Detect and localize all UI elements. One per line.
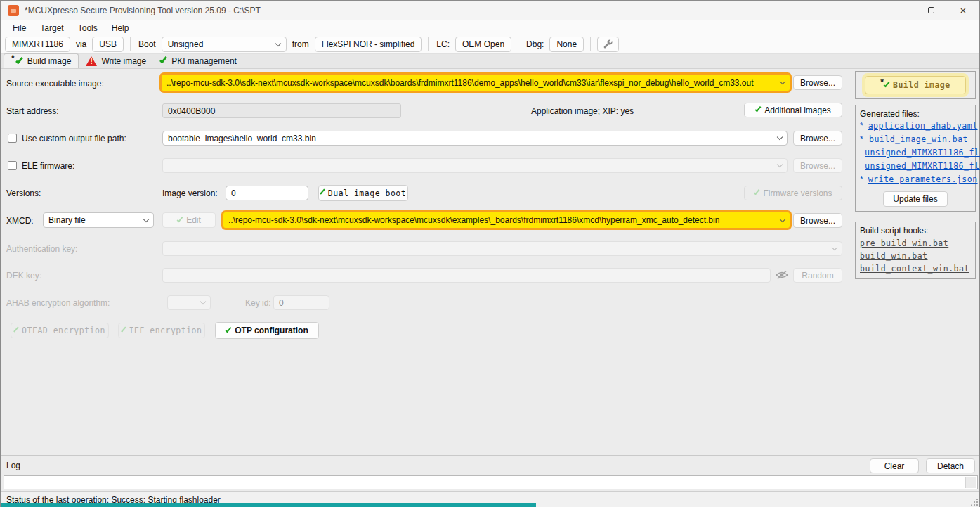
source-image-combo[interactable]: ..\repo-mcu-sdk-3.0\sdk-next\mcuxsdk-wor… [162,75,790,91]
boot-device-button[interactable]: FlexSPI NOR - simplified [315,37,422,52]
chevron-down-icon [143,216,149,222]
image-version-field[interactable]: 0 [226,186,308,200]
xmcd-file-combo[interactable]: ..\repo-mcu-sdk-3.0\sdk-next\mcuxsdk-wor… [223,212,790,228]
chevron-down-icon [275,40,280,46]
toolbar-separator [590,37,591,51]
debug-probe-button[interactable]: None [549,37,584,52]
log-section: Log Clear Detach [1,455,979,491]
custom-output-checkbox[interactable] [8,134,17,143]
settings-wrench-button[interactable] [597,37,619,52]
authentication-key-label: Authentication key: [6,244,77,254]
build-image-button-label: Build image [893,80,950,90]
close-button[interactable]: × [947,1,979,20]
check-icon [754,188,760,195]
custom-output-browse-button[interactable]: Browse... [793,131,842,146]
via-label: via [76,39,86,49]
generated-file-link[interactable]: unsigned_MIMXRT1186_fla [865,161,980,171]
ele-firmware-checkbox[interactable] [8,161,17,170]
maximize-button[interactable] [915,1,947,20]
resize-grip[interactable] [970,498,978,506]
lc-label: LC: [436,39,450,49]
log-title: Log [6,461,20,470]
custom-output-combo[interactable]: bootable_images\hello_world_cm33.bin [162,131,788,146]
menu-target[interactable]: Target [34,22,70,34]
minimize-button[interactable]: – [882,1,915,20]
build-image-panel: Source executable image: ..\repo-mcu-sdk… [1,69,979,455]
source-browse-button[interactable]: Browse... [793,75,842,90]
source-image-label: Source executable image: [6,79,104,89]
additional-images-button[interactable]: Additional images [744,103,842,117]
key-id-field: 0 [273,295,329,310]
authentication-key-combo [162,241,842,256]
generated-file-row: * application_ahab.yaml [856,120,975,134]
hook-link-pre-build[interactable]: pre_build_win.bat [856,237,975,250]
key-id-label: Key id: [245,298,271,308]
firmware-versions-label: Firmware versions [763,188,832,198]
generated-file-link[interactable]: application_ahab.yaml [868,121,978,131]
dek-random-button: Random [793,268,842,283]
log-detach-button[interactable]: Detach [926,458,975,473]
source-image-value: ..\repo-mcu-sdk-3.0\sdk-next\mcuxsdk-wor… [166,78,754,88]
check-icon [15,56,23,64]
build-image-button[interactable]: * Build image [865,76,966,94]
eye-slash-icon[interactable] [775,270,789,280]
check-icon [884,80,890,86]
xmcd-edit-button: Edit [162,212,216,228]
boot-type-select[interactable]: Unsigned [162,37,287,52]
tab-build-image[interactable]: * Build image [4,53,79,68]
menu-help[interactable]: Help [105,22,136,34]
iee-encryption-label: IEE encryption [129,326,202,335]
update-files-button[interactable]: Update files [883,191,948,207]
chevron-down-icon [200,299,206,304]
toolbar-separator [130,37,131,51]
generated-file-link[interactable]: unsigned_MIMXRT1186_fla [865,148,980,158]
generated-file-row: * build_image_win.bat [856,134,975,147]
tab-pki-management[interactable]: PKI management [153,53,244,68]
toolbar-separator [428,37,429,51]
additional-images-label: Additional images [764,105,831,115]
processor-button[interactable]: MIMXRT1186 [5,37,70,52]
xmcd-type-select[interactable]: Binary file [43,212,154,228]
xmcd-browse-button[interactable]: Browse... [793,213,842,228]
build-script-hooks-box: Build script hooks: pre_build_win.bat bu… [855,222,976,279]
log-scrollbar[interactable] [965,477,976,488]
dual-image-boot-button[interactable]: Dual image boot [318,185,408,201]
start-address-value: 0x0400B000 [168,106,215,116]
title-bar: *MCUXpresso Secure Provisioning Tool ver… [1,1,979,20]
start-address-field[interactable]: 0x0400B000 [162,103,401,118]
tab-write-image[interactable]: ! Write image [79,53,153,68]
image-version-label: Image version: [162,188,218,198]
warning-exclamation: ! [90,58,92,65]
otp-configuration-button[interactable]: OTP configuration [215,322,319,339]
life-cycle-button[interactable]: OEM Open [455,37,511,52]
ele-firmware-browse-button: Browse... [793,158,842,173]
connection-button[interactable]: USB [92,37,124,52]
generated-file-row: unsigned_MIMXRT1186_fla [856,160,975,174]
menu-tools[interactable]: Tools [72,22,104,34]
file-star: * [860,121,863,131]
menu-file[interactable]: File [6,22,32,34]
chevron-down-icon [780,216,785,222]
generated-file-link[interactable]: build_image_win.bat [869,134,968,144]
xmcd-highlight: ..\repo-mcu-sdk-3.0\sdk-next\mcuxsdk-wor… [221,210,792,230]
progress-bar [1,503,536,507]
log-clear-button[interactable]: Clear [870,458,919,473]
generated-file-link[interactable]: write_parameters.json [868,174,978,184]
ele-firmware-combo [162,158,788,173]
hook-link-build[interactable]: build_win.bat [856,250,975,262]
log-area[interactable] [4,475,978,489]
app-icon [8,5,19,16]
ele-firmware-label: ELE firmware: [22,161,74,171]
chevron-down-icon [777,162,783,167]
check-icon [226,326,232,332]
file-star: * [860,174,863,184]
generated-file-row: * write_parameters.json [856,174,975,187]
toolbar: MIMXRT1186 via USB Boot Unsigned from Fl… [1,35,979,54]
chevron-down-icon [777,134,783,140]
dual-image-boot-label: Dual image boot [328,188,406,198]
wrench-icon [603,39,613,50]
custom-output-label: Use custom output file path: [22,134,126,143]
hook-link-build-context[interactable]: build_context_win.bat [856,262,975,275]
check-icon [121,326,126,332]
modified-marker: * [11,53,15,63]
